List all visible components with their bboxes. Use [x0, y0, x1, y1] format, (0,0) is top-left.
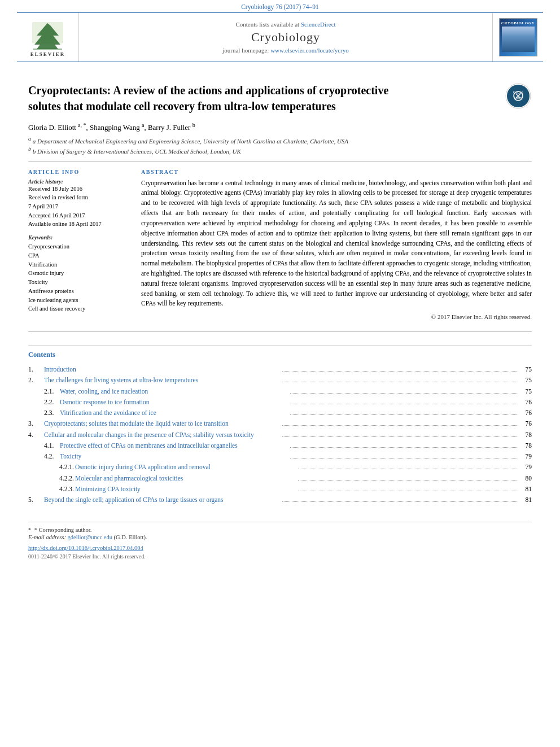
toc-label-2: The challenges for living systems at ult… [44, 375, 280, 385]
toc-item-42: 4.2. Toxicity 79 [28, 452, 532, 461]
toc-num-4: 4. [28, 430, 44, 440]
crossmark-area: Cross Mark [505, 82, 532, 112]
toc-num-423: 4.2.3. [59, 484, 75, 494]
journal-title: Cryobiology [251, 30, 320, 45]
toc-item-23: 2.3. Vitrification and the avoidance of … [28, 408, 532, 418]
elsevier-wordmark: ELSEVIER [30, 51, 65, 57]
cover-image [502, 27, 535, 52]
toc-item-21: 2.1. Water, cooling, and ice nucleation … [28, 387, 532, 396]
homepage-link[interactable]: www.elsevier.com/locate/ycryo [270, 47, 349, 54]
toc-num-22: 2.2. [44, 397, 60, 407]
toc-dots-3 [282, 425, 518, 426]
authors-line: Gloria D. Elliott a, *, Shangping Wang a… [28, 122, 532, 132]
toc-num-2: 2. [28, 375, 44, 385]
abstract-col: ABSTRACT Cryopreservation has become a c… [141, 169, 532, 321]
toc-dots-23 [290, 414, 518, 415]
toc-item-423: 4.2.3. Minimizing CPA toxicity 81 [28, 484, 532, 494]
email-label: E-mail address: [28, 534, 66, 540]
contents-section: Contents 1. Introduction 75 2. The chall… [28, 346, 532, 505]
online-date: Available online 18 April 2017 [28, 220, 130, 229]
divider-1 [28, 161, 532, 162]
toc-item-1: 1. Introduction 75 [28, 365, 532, 374]
toc-item-421: 4.2.1. Osmotic injury during CPA applica… [28, 462, 532, 472]
elsevier-tree-icon [27, 18, 69, 51]
email-line: E-mail address: gdelliot@uncc.edu (G.D. … [28, 534, 532, 540]
toc-page-423: 81 [520, 484, 532, 494]
toc-label-41: Protective effect of CPAs on membranes a… [60, 441, 288, 451]
cover-title: CRYOBIOLOGY [501, 21, 535, 25]
footer-section: * * Corresponding author. E-mail address… [28, 522, 532, 560]
toc-num-42: 4.2. [44, 452, 60, 461]
toc-page-1: 75 [520, 365, 532, 374]
star-icon: * [28, 527, 31, 533]
article-info-col: ARTICLE INFO Article history: Received 1… [28, 169, 130, 321]
toc-page-2: 75 [520, 375, 532, 385]
toc-dots-2 [282, 382, 518, 382]
toc-page-5: 81 [520, 495, 532, 505]
article-title: Cryoprotectants: A review of the actions… [28, 82, 395, 114]
toc-dots-41 [290, 447, 518, 448]
toc-label-422: Molecular and pharmacological toxicities [75, 474, 296, 483]
journal-homepage: journal homepage: www.elsevier.com/locat… [222, 47, 349, 54]
toc-item-422: 4.2.2. Molecular and pharmacological tox… [28, 474, 532, 483]
journal-cover-area: CRYOBIOLOGY [492, 13, 543, 62]
history-label: Article history: [28, 178, 130, 185]
revised-label: Received in revised form [28, 194, 130, 202]
toc-page-21: 75 [520, 387, 532, 396]
toc-label-4: Cellular and molecular changes in the pr… [44, 430, 280, 440]
journal-cover: CRYOBIOLOGY [499, 18, 537, 56]
toc-page-23: 76 [520, 408, 532, 418]
toc-num-23: 2.3. [44, 408, 60, 418]
affiliation-a: a a Department of Mechanical Engineering… [28, 136, 532, 145]
toc-label-42: Toxicity [60, 452, 288, 461]
journal-ref: Cryobiology 76 (2017) 74–91 [241, 3, 319, 10]
affiliation-b: b b Division of Surgery & Interventional… [28, 146, 532, 155]
toc-page-422: 80 [520, 474, 532, 483]
sciencedirect-link[interactable]: ScienceDirect [301, 21, 336, 28]
keyword-6: Antifreeze proteins [28, 287, 130, 296]
toc-page-22: 76 [520, 397, 532, 407]
journal-name-area: Contents lists available at ScienceDirec… [79, 13, 492, 62]
toc-num-21: 2.1. [44, 387, 60, 396]
doi-link[interactable]: http://dx.doi.org/10.1016/j.cryobiol.201… [28, 545, 532, 551]
toc-page-42: 79 [520, 452, 532, 461]
toc-num-421: 4.2.1. [59, 462, 75, 472]
toc-num-3: 3. [28, 419, 44, 429]
toc-item-4: 4. Cellular and molecular changes in the… [28, 430, 532, 440]
journal-header: ELSEVIER Contents lists available at Sci… [17, 12, 543, 62]
toc-page-41: 78 [520, 441, 532, 451]
title-area: Cryoprotectants: A review of the actions… [28, 82, 532, 122]
toc-label-21: Water, cooling, and ice nucleation [60, 387, 288, 396]
toc-item-22: 2.2. Osmotic response to ice formation 7… [28, 397, 532, 407]
keyword-2: CPA [28, 251, 130, 260]
elsevier-logo: ELSEVIER [27, 18, 69, 57]
toc-dots-5 [282, 501, 518, 502]
corresponding-note: * * Corresponding author. [28, 527, 532, 533]
title-block: Cryoprotectants: A review of the actions… [28, 82, 497, 122]
keyword-4: Osmotic injury [28, 269, 130, 278]
toc-label-5: Beyond the single cell; application of C… [44, 495, 280, 505]
keyword-5: Toxicity [28, 278, 130, 287]
page: Cryobiology 76 (2017) 74–91 ELSEVIER Con… [0, 0, 560, 747]
abstract-heading: ABSTRACT [141, 169, 532, 175]
toc-num-422: 4.2.2. [59, 474, 75, 483]
main-content: Cryoprotectants: A review of the actions… [0, 62, 560, 571]
toc-page-4: 78 [520, 430, 532, 440]
elsevier-logo-area: ELSEVIER [17, 13, 79, 62]
toc-num-5: 5. [28, 495, 44, 505]
toc-dots-421 [298, 469, 519, 469]
abstract-text: Cryopreservation has become a central te… [141, 178, 532, 309]
toc-item-5: 5. Beyond the single cell; application o… [28, 495, 532, 505]
email-link[interactable]: gdelliot@uncc.edu [68, 534, 112, 540]
toc-num-1: 1. [28, 365, 44, 374]
top-reference-bar: Cryobiology 76 (2017) 74–91 [0, 0, 560, 12]
keyword-1: Cryopreservation [28, 242, 130, 251]
toc-item-41: 4.1. Protective effect of CPAs on membra… [28, 441, 532, 451]
article-info-heading: ARTICLE INFO [28, 169, 130, 175]
toc-dots-422 [298, 480, 519, 480]
toc-item-3: 3. Cryoprotectants; solutes that modulat… [28, 419, 532, 429]
toc-page-3: 76 [520, 419, 532, 429]
divider-2 [28, 331, 532, 332]
copyright: © 2017 Elsevier Inc. All rights reserved… [141, 313, 532, 320]
toc-label-23: Vitrification and the avoidance of ice [60, 408, 288, 418]
